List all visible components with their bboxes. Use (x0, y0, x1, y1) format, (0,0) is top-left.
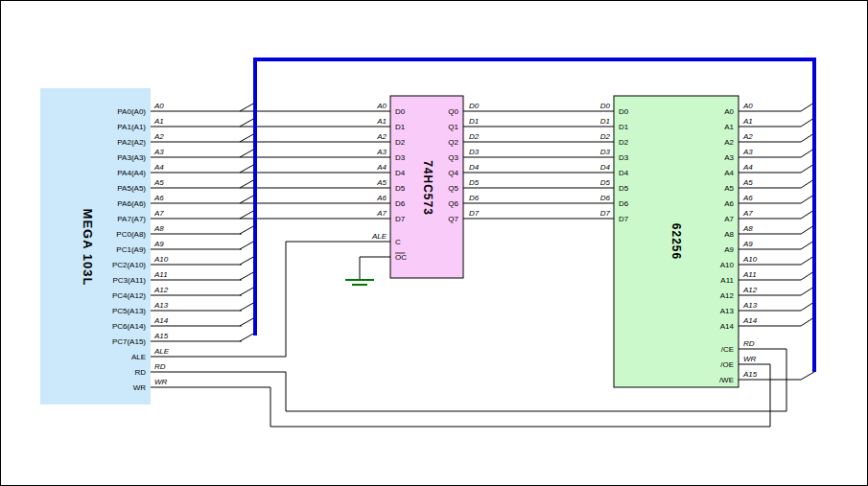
pin-label-62256-a5: A5 (724, 184, 734, 193)
oc-ground-route (360, 257, 390, 280)
net-label-sram-side-a11: A11 (742, 270, 757, 279)
net-label-sram-side-a5: A5 (742, 178, 753, 187)
pin-label-74hc573-oc: OC (395, 253, 407, 262)
net-label-latch-in-a2: A2 (376, 132, 387, 141)
net-label-latch-in-a0: A0 (376, 102, 387, 110)
net-label-sram-side-a6: A6 (742, 194, 753, 202)
schematic-svg: MEGA 103LPA0(A0)PA1(A1)PA2(A2)PA3(A3)PA4… (0, 0, 868, 486)
pin-label-62256-a12: A12 (720, 291, 735, 300)
pin-label-62256-oe: /OE (720, 360, 734, 369)
bus-tap (801, 317, 814, 326)
bus-tap (240, 287, 255, 295)
net-label-mega-side-a3: A3 (153, 148, 164, 156)
pin-label-74hc573-d2: D2 (395, 138, 406, 147)
net-label-sram-side-a7: A7 (742, 209, 753, 218)
pin-label-mega-103l-pc0a8: PC0(A8) (116, 230, 146, 239)
pin-label-mega-103l-pa4a4: PA4(A4) (117, 169, 146, 177)
pin-label-62256-a11: A11 (720, 276, 734, 285)
net-label-mega-side-a6: A6 (153, 194, 164, 202)
bus-tap (801, 149, 814, 157)
pin-label-mega-103l-wr: WR (133, 383, 147, 392)
net-label-latch-in-a1: A1 (376, 117, 387, 126)
pin-label-62256-a3: A3 (724, 153, 734, 162)
pin-label-74hc573-d4: D4 (395, 169, 406, 177)
pin-label-74hc573-q2: Q2 (448, 138, 458, 147)
net-label-latch-in-a7: A7 (376, 209, 387, 218)
net-label-sram-side-a8: A8 (742, 224, 753, 233)
pin-label-mega-103l-rd: RD (134, 368, 146, 377)
bus-tap (801, 133, 814, 142)
pin-label-62256-d1: D1 (619, 123, 629, 131)
bus-tap (801, 103, 814, 111)
net-label-sram-side-wr: WR (743, 355, 757, 363)
chip-title-74hc573: 74HC573 (421, 160, 434, 216)
pin-label-62256-d5: D5 (619, 184, 629, 193)
pin-label-62256-a0: A0 (724, 107, 734, 116)
net-label-sram-in-d4: D4 (600, 163, 611, 172)
pin-label-62256-a13: A13 (720, 307, 735, 315)
net-label-mega-side-a4: A4 (153, 163, 164, 172)
pin-label-74hc573-d5: D5 (395, 184, 406, 193)
pin-label-62256-a2: A2 (724, 138, 734, 147)
net-label-latch-in-a4: A4 (376, 163, 387, 172)
net-label-mega-side-a13: A13 (153, 301, 169, 310)
net-label-mega-side-a7: A7 (153, 209, 164, 218)
net-label-latch-in-a5: A5 (376, 178, 387, 187)
net-label-sram-side-a10: A10 (742, 255, 758, 264)
pin-label-62256-d7: D7 (619, 215, 629, 223)
pin-label-62256-a6: A6 (724, 199, 734, 208)
net-label-latch-out-d4: D4 (469, 163, 480, 172)
pin-label-62256-d4: D4 (619, 169, 629, 177)
net-label-sram-side-a4: A4 (742, 163, 753, 172)
net-label-latch-in-a3: A3 (376, 148, 387, 156)
bus-tap (801, 302, 814, 311)
bus-tap (240, 271, 255, 280)
net-label-sram-in-d2: D2 (600, 132, 611, 141)
pin-label-74hc573-d0: D0 (395, 107, 406, 116)
pin-label-74hc573-q7: Q7 (448, 215, 458, 223)
net-label-mega-side-a2: A2 (153, 132, 164, 141)
pin-label-74hc573-q4: Q4 (448, 169, 458, 177)
net-label-latch-out-d6: D6 (469, 194, 480, 202)
net-label-mega-side-a14: A14 (153, 316, 169, 325)
bus-tap (240, 302, 255, 311)
pin-label-mega-103l-pc6a14: PC6(A14) (112, 322, 146, 331)
pin-label-74hc573-c: C (395, 238, 401, 246)
net-label-latch-out-d1: D1 (469, 117, 479, 126)
pin-label-mega-103l-pa1a1: PA1(A1) (117, 123, 146, 131)
pin-label-mega-103l-pc3a11: PC3(A11) (112, 276, 146, 285)
pin-label-62256-we: /WE (719, 376, 734, 384)
pin-label-62256-a4: A4 (724, 169, 734, 177)
pin-label-74hc573-q1: Q1 (448, 123, 458, 131)
net-label-mega-side-a8: A8 (153, 224, 164, 233)
pin-label-mega-103l-pc7a15: PC7(A15) (112, 337, 146, 346)
pin-label-74hc573-q6: Q6 (448, 199, 458, 208)
net-label-latch-out-d7: D7 (469, 209, 480, 218)
net-label-sram-in-d5: D5 (600, 178, 611, 187)
bus-tap (801, 210, 814, 219)
pin-label-74hc573-q5: Q5 (448, 184, 458, 193)
net-label-mega-side-a10: A10 (153, 255, 169, 264)
bus-tap (801, 241, 814, 249)
net-label-mega-side-a0: A0 (153, 102, 164, 110)
ale-route (151, 242, 390, 357)
bus-tap (240, 241, 255, 249)
pin-label-mega-103l-pc1a9: PC1(A9) (116, 245, 146, 254)
net-label-mega-side-ale: ALE (153, 347, 170, 356)
pin-label-62256-a7: A7 (724, 215, 734, 223)
net-label-sram-side-a1: A1 (742, 117, 753, 126)
bus-tap (801, 256, 814, 265)
net-label-sram-side-a9: A9 (742, 240, 753, 248)
net-label-mega-side-a11: A11 (153, 270, 168, 279)
pin-label-74hc573-q3: Q3 (448, 153, 458, 162)
bus-tap (801, 164, 814, 173)
bus-tap (801, 179, 814, 188)
net-label-latch-out-d2: D2 (469, 132, 480, 141)
pin-label-62256-a9: A9 (724, 245, 734, 254)
pin-label-mega-103l-pc4a12: PC4(A12) (112, 291, 146, 300)
bus-tap (801, 118, 814, 127)
net-label-latch-out-d0: D0 (469, 102, 480, 110)
net-label-sram-side-a13: A13 (742, 301, 758, 310)
net-label-sram-side-a12: A12 (742, 286, 758, 294)
net-label-mega-side-rd: RD (154, 362, 166, 371)
